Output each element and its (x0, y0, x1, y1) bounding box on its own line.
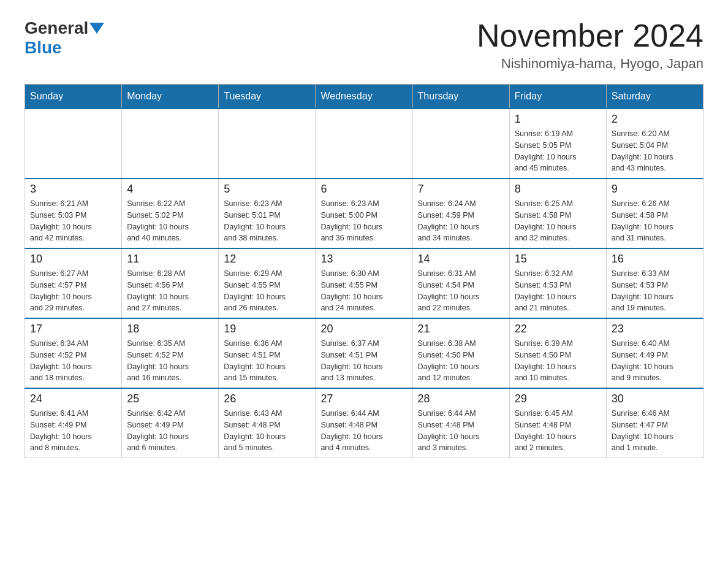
logo-triangle-icon (89, 23, 104, 34)
calendar-cell: 4Sunrise: 6:22 AM Sunset: 5:02 PM Daylig… (122, 178, 219, 248)
day-number: 27 (320, 393, 407, 405)
calendar-cell: 12Sunrise: 6:29 AM Sunset: 4:55 PM Dayli… (219, 248, 316, 318)
header-thursday: Thursday (412, 85, 509, 109)
calendar-cell: 24Sunrise: 6:41 AM Sunset: 4:49 PM Dayli… (25, 388, 122, 458)
day-info: Sunrise: 6:24 AM Sunset: 4:59 PM Dayligh… (418, 198, 504, 244)
logo: General Blue (25, 18, 105, 58)
calendar-cell (25, 109, 122, 178)
day-number: 24 (30, 393, 116, 405)
day-info: Sunrise: 6:32 AM Sunset: 4:53 PM Dayligh… (515, 268, 601, 314)
day-number: 30 (612, 393, 698, 405)
day-info: Sunrise: 6:19 AM Sunset: 5:05 PM Dayligh… (515, 128, 601, 174)
day-info: Sunrise: 6:39 AM Sunset: 4:50 PM Dayligh… (515, 338, 601, 384)
day-info: Sunrise: 6:31 AM Sunset: 4:54 PM Dayligh… (418, 268, 504, 314)
calendar-cell: 15Sunrise: 6:32 AM Sunset: 4:53 PM Dayli… (509, 248, 606, 318)
calendar-week-1: 1Sunrise: 6:19 AM Sunset: 5:05 PM Daylig… (25, 109, 703, 178)
day-info: Sunrise: 6:26 AM Sunset: 4:58 PM Dayligh… (612, 198, 698, 244)
day-number: 3 (30, 183, 116, 196)
day-info: Sunrise: 6:23 AM Sunset: 5:01 PM Dayligh… (224, 198, 310, 244)
day-number: 14 (418, 253, 504, 266)
day-info: Sunrise: 6:28 AM Sunset: 4:56 PM Dayligh… (127, 268, 213, 314)
day-info: Sunrise: 6:38 AM Sunset: 4:50 PM Dayligh… (418, 338, 504, 384)
day-info: Sunrise: 6:40 AM Sunset: 4:49 PM Dayligh… (612, 338, 698, 384)
month-title: November 2024 (477, 18, 703, 53)
calendar-cell: 11Sunrise: 6:28 AM Sunset: 4:56 PM Dayli… (122, 248, 219, 318)
calendar-cell: 10Sunrise: 6:27 AM Sunset: 4:57 PM Dayli… (25, 248, 122, 318)
calendar-week-3: 10Sunrise: 6:27 AM Sunset: 4:57 PM Dayli… (25, 248, 703, 318)
day-info: Sunrise: 6:27 AM Sunset: 4:57 PM Dayligh… (30, 268, 116, 314)
calendar-cell: 7Sunrise: 6:24 AM Sunset: 4:59 PM Daylig… (412, 178, 509, 248)
header-saturday: Saturday (606, 85, 703, 109)
calendar-cell: 28Sunrise: 6:44 AM Sunset: 4:48 PM Dayli… (412, 388, 509, 458)
calendar-cell: 13Sunrise: 6:30 AM Sunset: 4:55 PM Dayli… (316, 248, 412, 318)
day-info: Sunrise: 6:43 AM Sunset: 4:48 PM Dayligh… (224, 408, 310, 454)
day-info: Sunrise: 6:44 AM Sunset: 4:48 PM Dayligh… (320, 408, 407, 454)
title-area: November 2024 Nishinomiya-hama, Hyogo, J… (477, 18, 703, 72)
calendar-week-2: 3Sunrise: 6:21 AM Sunset: 5:03 PM Daylig… (25, 178, 703, 248)
calendar-cell: 9Sunrise: 6:26 AM Sunset: 4:58 PM Daylig… (606, 178, 703, 248)
day-info: Sunrise: 6:23 AM Sunset: 5:00 PM Dayligh… (320, 198, 407, 244)
day-info: Sunrise: 6:30 AM Sunset: 4:55 PM Dayligh… (320, 268, 407, 314)
day-info: Sunrise: 6:25 AM Sunset: 4:58 PM Dayligh… (515, 198, 601, 244)
day-number: 9 (612, 183, 698, 196)
calendar-week-5: 24Sunrise: 6:41 AM Sunset: 4:49 PM Dayli… (25, 388, 703, 458)
day-info: Sunrise: 6:34 AM Sunset: 4:52 PM Dayligh… (30, 338, 116, 384)
day-info: Sunrise: 6:29 AM Sunset: 4:55 PM Dayligh… (224, 268, 310, 314)
calendar-cell: 22Sunrise: 6:39 AM Sunset: 4:50 PM Dayli… (509, 318, 606, 388)
header-tuesday: Tuesday (219, 85, 316, 109)
calendar-cell (316, 109, 412, 178)
calendar-cell: 2Sunrise: 6:20 AM Sunset: 5:04 PM Daylig… (606, 109, 703, 178)
calendar-cell: 27Sunrise: 6:44 AM Sunset: 4:48 PM Dayli… (316, 388, 412, 458)
day-info: Sunrise: 6:33 AM Sunset: 4:53 PM Dayligh… (612, 268, 698, 314)
calendar-cell (412, 109, 509, 178)
day-number: 2 (612, 113, 698, 126)
calendar-header-row: SundayMondayTuesdayWednesdayThursdayFrid… (25, 85, 703, 109)
day-number: 25 (127, 393, 213, 405)
day-number: 21 (418, 323, 504, 335)
calendar-cell: 1Sunrise: 6:19 AM Sunset: 5:05 PM Daylig… (509, 109, 606, 178)
day-info: Sunrise: 6:44 AM Sunset: 4:48 PM Dayligh… (418, 408, 504, 454)
day-number: 7 (418, 183, 504, 196)
day-number: 13 (320, 253, 407, 266)
header-wednesday: Wednesday (316, 85, 412, 109)
calendar-cell: 29Sunrise: 6:45 AM Sunset: 4:48 PM Dayli… (509, 388, 606, 458)
day-number: 16 (612, 253, 698, 266)
logo-blue-text: Blue (25, 38, 62, 57)
header-monday: Monday (122, 85, 219, 109)
day-number: 4 (127, 183, 213, 196)
header-friday: Friday (509, 85, 606, 109)
day-number: 10 (30, 253, 116, 266)
day-info: Sunrise: 6:21 AM Sunset: 5:03 PM Dayligh… (30, 198, 116, 244)
header-sunday: Sunday (25, 85, 122, 109)
calendar-cell: 19Sunrise: 6:36 AM Sunset: 4:51 PM Dayli… (219, 318, 316, 388)
calendar-cell: 3Sunrise: 6:21 AM Sunset: 5:03 PM Daylig… (25, 178, 122, 248)
day-info: Sunrise: 6:35 AM Sunset: 4:52 PM Dayligh… (127, 338, 213, 384)
calendar-cell: 14Sunrise: 6:31 AM Sunset: 4:54 PM Dayli… (412, 248, 509, 318)
day-info: Sunrise: 6:36 AM Sunset: 4:51 PM Dayligh… (224, 338, 310, 384)
day-info: Sunrise: 6:20 AM Sunset: 5:04 PM Dayligh… (612, 128, 698, 174)
calendar-cell: 17Sunrise: 6:34 AM Sunset: 4:52 PM Dayli… (25, 318, 122, 388)
calendar-cell: 21Sunrise: 6:38 AM Sunset: 4:50 PM Dayli… (412, 318, 509, 388)
day-number: 17 (30, 323, 116, 335)
day-number: 18 (127, 323, 213, 335)
calendar-cell: 20Sunrise: 6:37 AM Sunset: 4:51 PM Dayli… (316, 318, 412, 388)
location-subtitle: Nishinomiya-hama, Hyogo, Japan (477, 56, 703, 72)
calendar-table: SundayMondayTuesdayWednesdayThursdayFrid… (25, 84, 703, 458)
day-number: 1 (515, 113, 601, 126)
calendar-cell (219, 109, 316, 178)
calendar-cell: 30Sunrise: 6:46 AM Sunset: 4:47 PM Dayli… (606, 388, 703, 458)
day-number: 5 (224, 183, 310, 196)
day-number: 28 (418, 393, 504, 405)
day-info: Sunrise: 6:41 AM Sunset: 4:49 PM Dayligh… (30, 408, 116, 454)
day-info: Sunrise: 6:45 AM Sunset: 4:48 PM Dayligh… (515, 408, 601, 454)
calendar-cell: 16Sunrise: 6:33 AM Sunset: 4:53 PM Dayli… (606, 248, 703, 318)
day-number: 12 (224, 253, 310, 266)
calendar-cell: 8Sunrise: 6:25 AM Sunset: 4:58 PM Daylig… (509, 178, 606, 248)
logo-general-text: General (25, 18, 88, 38)
day-number: 15 (515, 253, 601, 266)
day-number: 22 (515, 323, 601, 335)
day-info: Sunrise: 6:42 AM Sunset: 4:49 PM Dayligh… (127, 408, 213, 454)
calendar-cell: 6Sunrise: 6:23 AM Sunset: 5:00 PM Daylig… (316, 178, 412, 248)
day-number: 23 (612, 323, 698, 335)
day-info: Sunrise: 6:22 AM Sunset: 5:02 PM Dayligh… (127, 198, 213, 244)
